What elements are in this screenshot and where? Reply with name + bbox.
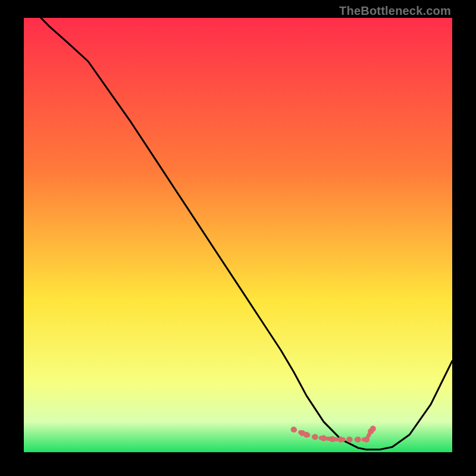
watermark-text: TheBottleneck.com (339, 4, 451, 18)
chart-frame: TheBottleneck.com (0, 0, 476, 476)
svg-rect-0 (24, 18, 452, 452)
plot-area (24, 18, 452, 452)
background-gradient (24, 18, 452, 452)
